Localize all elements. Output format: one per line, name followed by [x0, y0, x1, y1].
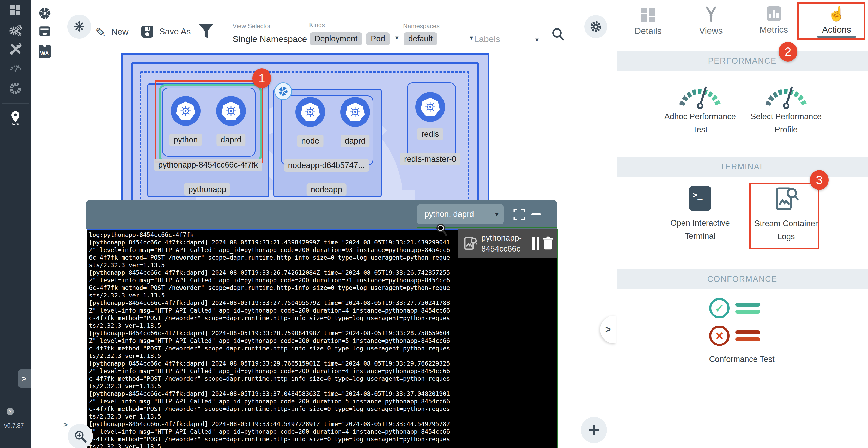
save-as-button[interactable]: Save As	[141, 25, 191, 38]
kubernetes-icon	[176, 101, 195, 121]
pause-icon[interactable]	[536, 237, 539, 250]
section-header-terminal: TERMINAL	[617, 157, 868, 177]
kubernetes-icon	[300, 102, 320, 122]
kinds-dropdown[interactable]: Deployment Pod ▾	[310, 32, 399, 46]
view-selector-label: View Selector	[232, 23, 271, 30]
pie-segments-icon	[9, 81, 22, 95]
rail-item-archive[interactable]	[38, 26, 51, 38]
conformance-check-icon: ✓	[709, 298, 760, 318]
fullscreen-icon[interactable]	[513, 208, 526, 221]
action-select-performance-profile[interactable]: Select Performance Profile	[746, 77, 827, 136]
wasm-icon: WA	[39, 50, 51, 56]
chevron-down-icon: ▾	[395, 34, 399, 41]
pod-label: redis-master-0	[400, 153, 461, 166]
terminal-log-pane[interactable]: log:pythonapp-8454cc66c-4f7fk [pythonapp…	[87, 229, 458, 448]
view-selector-value: Single Namespace	[232, 34, 307, 44]
rail-expand-chevron[interactable]: >	[63, 421, 67, 429]
step-badge-3: 3	[810, 170, 829, 190]
container-node-daprd[interactable]	[340, 97, 370, 127]
details-grid-icon	[641, 8, 655, 22]
gear-icon	[589, 20, 602, 33]
sidebar-item-resources[interactable]	[0, 81, 31, 95]
action-conformance-test[interactable]: Conformance Test	[703, 353, 781, 366]
pod-label: nodeapp-d64b5747...	[284, 159, 369, 172]
metrics-icon	[767, 6, 781, 21]
settings-button[interactable]	[584, 15, 607, 38]
namespace-chip-default[interactable]: default	[404, 32, 437, 46]
save-as-label: Save As	[159, 27, 191, 36]
sidebar-item-tools[interactable]	[0, 42, 31, 56]
labels-filter-input[interactable]: Labels ▾	[474, 34, 539, 44]
container-node-redis[interactable]	[415, 92, 445, 122]
new-button[interactable]: ✎ New	[95, 25, 128, 40]
views-icon	[704, 6, 718, 22]
filter-funnel-icon[interactable]	[199, 24, 213, 40]
gauge-icon	[675, 77, 725, 109]
panel-divider	[616, 0, 616, 448]
container-node-daprd[interactable]	[216, 96, 246, 126]
terminal-window-icon: >_	[689, 186, 711, 211]
tab-views[interactable]: Views	[680, 0, 742, 39]
step-badge-1: 1	[252, 68, 271, 88]
action-label: Open Interactive Terminal	[660, 216, 741, 243]
namespaces-dropdown[interactable]: default ▾	[404, 32, 473, 46]
dapr-badge-icon	[274, 83, 292, 100]
terminal-tab-pythonapp[interactable]: pythonapp- 8454cc66c	[458, 229, 557, 258]
sidebar-item-dashboard[interactable]	[0, 3, 31, 17]
terminal-tab-title-line1: pythonapp-	[481, 233, 522, 243]
pod-label: pythonapp-8454cc66c-4f7fk	[154, 159, 262, 171]
container-label: python	[169, 133, 202, 146]
minimize-icon[interactable]	[531, 213, 541, 215]
stream-logs-icon	[463, 236, 478, 251]
view-selector-dropdown[interactable]: Single Namespace ▾	[232, 34, 316, 44]
container-node-node[interactable]	[296, 97, 325, 127]
kind-chip-pod[interactable]: Pod	[366, 32, 390, 46]
sidebar-expand-button[interactable]: >	[18, 369, 31, 388]
namespaces-underline	[403, 49, 464, 49]
annotation-box-step3	[749, 183, 819, 249]
tab-metrics-label: Metrics	[760, 25, 788, 35]
kinds-underline	[309, 49, 394, 49]
sidebar-item-performance[interactable]	[0, 61, 31, 74]
zoom-in-button[interactable]	[68, 424, 93, 448]
annotation-box-step1	[155, 80, 263, 163]
sidebar-divider	[2, 103, 29, 104]
graph-mode-button[interactable]: ❋	[67, 14, 91, 39]
container-node-python[interactable]	[171, 96, 200, 126]
pencil-icon: ✎	[95, 26, 106, 39]
container-label: daprd	[216, 133, 245, 146]
container-label: redis	[417, 128, 443, 140]
search-icon[interactable]	[551, 27, 566, 42]
app-rail: WA >	[31, 0, 61, 448]
panel-collapse-button[interactable]: >	[600, 316, 616, 344]
help-icon[interactable]: ?	[6, 408, 14, 415]
terminal-container-dropdown[interactable]: python, daprd ▾	[417, 204, 504, 225]
pause-icon[interactable]	[532, 237, 535, 250]
sidebar-item-settings[interactable]	[0, 23, 31, 37]
view-selector-underline	[232, 49, 298, 49]
tools-icon	[9, 42, 22, 56]
conformance-fail-icon: ✕	[709, 326, 760, 346]
kubernetes-icon	[221, 101, 241, 121]
zoom-cursor-icon	[435, 222, 448, 237]
gears-icon	[9, 24, 22, 37]
tab-details[interactable]: Details	[617, 0, 680, 39]
trash-icon[interactable]	[542, 236, 554, 250]
gauge-icon	[9, 61, 22, 73]
chevron-down-icon: ▾	[495, 210, 499, 218]
add-button[interactable]	[581, 417, 607, 443]
rail-item-dapr[interactable]	[38, 7, 51, 21]
namespaces-label: Namespaces	[403, 23, 440, 30]
action-adhoc-performance-test[interactable]: Adhoc Performance Test	[660, 77, 741, 136]
terminal-log-text: log:pythonapp-8454cc66c-4f7fk [pythonapp…	[89, 231, 450, 448]
container-label: node	[297, 135, 323, 147]
kind-chip-deployment[interactable]: Deployment	[310, 32, 362, 46]
deployment-label: nodeapp	[307, 183, 346, 196]
tab-metrics[interactable]: Metrics	[742, 0, 805, 39]
step-badge-2: 2	[779, 42, 797, 62]
action-open-interactive-terminal[interactable]: >_ Open Interactive Terminal	[660, 186, 741, 243]
tab-details-label: Details	[634, 26, 662, 36]
swirl-logo-icon	[38, 7, 51, 20]
rail-item-wasm[interactable]: WA	[39, 45, 51, 58]
sidebar-item-topology[interactable]	[0, 110, 31, 126]
